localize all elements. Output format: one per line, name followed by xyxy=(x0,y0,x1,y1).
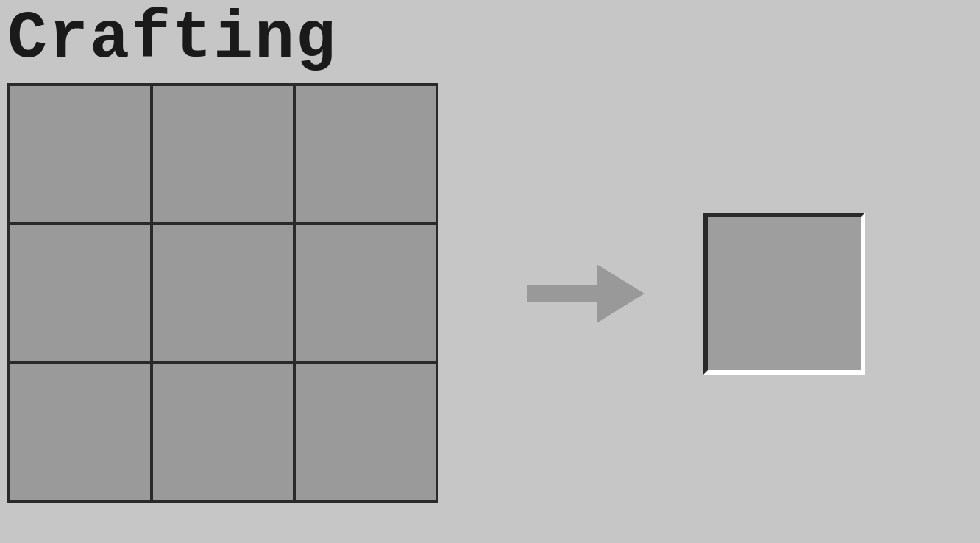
svg-rect-0 xyxy=(527,285,608,302)
grid-cell-2[interactable] xyxy=(296,86,436,222)
grid-cell-4[interactable] xyxy=(153,225,293,361)
crafting-grid xyxy=(7,83,438,503)
grid-cell-3[interactable] xyxy=(10,225,150,361)
page-title: Crafting xyxy=(0,0,337,76)
arrow-container xyxy=(527,264,645,323)
grid-cell-6[interactable] xyxy=(10,364,150,500)
arrow-right-icon xyxy=(527,264,645,323)
result-slot[interactable] xyxy=(703,213,865,375)
grid-cell-1[interactable] xyxy=(153,86,293,222)
grid-cell-8[interactable] xyxy=(296,364,436,500)
svg-marker-1 xyxy=(597,264,645,323)
grid-cell-7[interactable] xyxy=(153,364,293,500)
grid-cell-0[interactable] xyxy=(10,86,150,222)
grid-cell-5[interactable] xyxy=(296,225,436,361)
crafting-area xyxy=(7,83,865,503)
